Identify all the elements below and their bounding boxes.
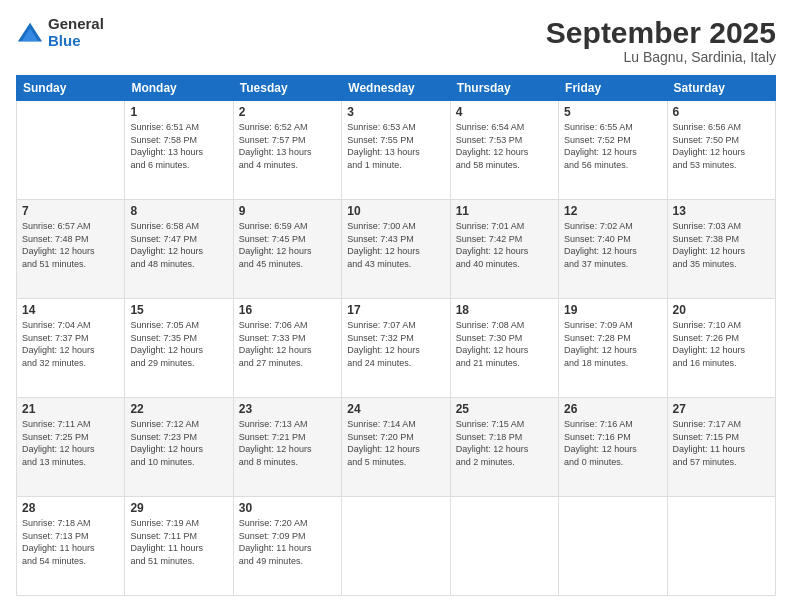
day-info: Sunrise: 7:16 AMSunset: 7:16 PMDaylight:… — [564, 418, 661, 468]
week-row-2: 14Sunrise: 7:04 AMSunset: 7:37 PMDayligh… — [17, 299, 776, 398]
day-number: 26 — [564, 402, 661, 416]
header-day-wednesday: Wednesday — [342, 76, 450, 101]
day-number: 13 — [673, 204, 770, 218]
day-number: 16 — [239, 303, 336, 317]
calendar-cell: 4Sunrise: 6:54 AMSunset: 7:53 PMDaylight… — [450, 101, 558, 200]
logo-general-text: General — [48, 16, 104, 33]
day-info: Sunrise: 7:13 AMSunset: 7:21 PMDaylight:… — [239, 418, 336, 468]
calendar-cell: 27Sunrise: 7:17 AMSunset: 7:15 PMDayligh… — [667, 398, 775, 497]
day-number: 23 — [239, 402, 336, 416]
day-info: Sunrise: 7:15 AMSunset: 7:18 PMDaylight:… — [456, 418, 553, 468]
calendar-cell: 12Sunrise: 7:02 AMSunset: 7:40 PMDayligh… — [559, 200, 667, 299]
day-number: 18 — [456, 303, 553, 317]
calendar-cell — [667, 497, 775, 596]
calendar-cell: 15Sunrise: 7:05 AMSunset: 7:35 PMDayligh… — [125, 299, 233, 398]
week-row-3: 21Sunrise: 7:11 AMSunset: 7:25 PMDayligh… — [17, 398, 776, 497]
day-info: Sunrise: 7:19 AMSunset: 7:11 PMDaylight:… — [130, 517, 227, 567]
day-info: Sunrise: 7:01 AMSunset: 7:42 PMDaylight:… — [456, 220, 553, 270]
day-number: 12 — [564, 204, 661, 218]
day-info: Sunrise: 7:20 AMSunset: 7:09 PMDaylight:… — [239, 517, 336, 567]
month-title: September 2025 — [546, 16, 776, 49]
calendar-cell: 14Sunrise: 7:04 AMSunset: 7:37 PMDayligh… — [17, 299, 125, 398]
day-info: Sunrise: 7:04 AMSunset: 7:37 PMDaylight:… — [22, 319, 119, 369]
day-info: Sunrise: 7:05 AMSunset: 7:35 PMDaylight:… — [130, 319, 227, 369]
calendar-cell: 30Sunrise: 7:20 AMSunset: 7:09 PMDayligh… — [233, 497, 341, 596]
logo: General Blue — [16, 16, 104, 49]
day-info: Sunrise: 6:59 AMSunset: 7:45 PMDaylight:… — [239, 220, 336, 270]
header-day-monday: Monday — [125, 76, 233, 101]
day-info: Sunrise: 7:18 AMSunset: 7:13 PMDaylight:… — [22, 517, 119, 567]
calendar-cell: 19Sunrise: 7:09 AMSunset: 7:28 PMDayligh… — [559, 299, 667, 398]
day-number: 22 — [130, 402, 227, 416]
calendar-cell — [450, 497, 558, 596]
day-info: Sunrise: 6:58 AMSunset: 7:47 PMDaylight:… — [130, 220, 227, 270]
day-number: 9 — [239, 204, 336, 218]
day-info: Sunrise: 7:12 AMSunset: 7:23 PMDaylight:… — [130, 418, 227, 468]
day-info: Sunrise: 7:17 AMSunset: 7:15 PMDaylight:… — [673, 418, 770, 468]
header-day-friday: Friday — [559, 76, 667, 101]
day-number: 7 — [22, 204, 119, 218]
day-info: Sunrise: 6:53 AMSunset: 7:55 PMDaylight:… — [347, 121, 444, 171]
calendar-cell: 17Sunrise: 7:07 AMSunset: 7:32 PMDayligh… — [342, 299, 450, 398]
day-number: 1 — [130, 105, 227, 119]
header-row: SundayMondayTuesdayWednesdayThursdayFrid… — [17, 76, 776, 101]
calendar-table: SundayMondayTuesdayWednesdayThursdayFrid… — [16, 75, 776, 596]
day-number: 11 — [456, 204, 553, 218]
calendar-cell: 2Sunrise: 6:52 AMSunset: 7:57 PMDaylight… — [233, 101, 341, 200]
day-number: 8 — [130, 204, 227, 218]
calendar-cell: 16Sunrise: 7:06 AMSunset: 7:33 PMDayligh… — [233, 299, 341, 398]
day-number: 15 — [130, 303, 227, 317]
day-number: 20 — [673, 303, 770, 317]
calendar-cell: 28Sunrise: 7:18 AMSunset: 7:13 PMDayligh… — [17, 497, 125, 596]
calendar-cell: 8Sunrise: 6:58 AMSunset: 7:47 PMDaylight… — [125, 200, 233, 299]
calendar-cell: 3Sunrise: 6:53 AMSunset: 7:55 PMDaylight… — [342, 101, 450, 200]
week-row-1: 7Sunrise: 6:57 AMSunset: 7:48 PMDaylight… — [17, 200, 776, 299]
day-info: Sunrise: 7:14 AMSunset: 7:20 PMDaylight:… — [347, 418, 444, 468]
day-number: 4 — [456, 105, 553, 119]
calendar-cell: 20Sunrise: 7:10 AMSunset: 7:26 PMDayligh… — [667, 299, 775, 398]
title-block: September 2025 Lu Bagnu, Sardinia, Italy — [546, 16, 776, 65]
calendar-cell: 13Sunrise: 7:03 AMSunset: 7:38 PMDayligh… — [667, 200, 775, 299]
day-info: Sunrise: 6:51 AMSunset: 7:58 PMDaylight:… — [130, 121, 227, 171]
header-day-saturday: Saturday — [667, 76, 775, 101]
calendar-cell: 24Sunrise: 7:14 AMSunset: 7:20 PMDayligh… — [342, 398, 450, 497]
day-number: 6 — [673, 105, 770, 119]
calendar-cell — [559, 497, 667, 596]
calendar-cell: 22Sunrise: 7:12 AMSunset: 7:23 PMDayligh… — [125, 398, 233, 497]
calendar-cell: 29Sunrise: 7:19 AMSunset: 7:11 PMDayligh… — [125, 497, 233, 596]
day-number: 28 — [22, 501, 119, 515]
day-number: 10 — [347, 204, 444, 218]
calendar-cell: 26Sunrise: 7:16 AMSunset: 7:16 PMDayligh… — [559, 398, 667, 497]
day-number: 27 — [673, 402, 770, 416]
week-row-4: 28Sunrise: 7:18 AMSunset: 7:13 PMDayligh… — [17, 497, 776, 596]
day-info: Sunrise: 6:52 AMSunset: 7:57 PMDaylight:… — [239, 121, 336, 171]
day-number: 2 — [239, 105, 336, 119]
calendar-cell — [17, 101, 125, 200]
calendar-cell: 1Sunrise: 6:51 AMSunset: 7:58 PMDaylight… — [125, 101, 233, 200]
day-info: Sunrise: 7:02 AMSunset: 7:40 PMDaylight:… — [564, 220, 661, 270]
calendar-header: SundayMondayTuesdayWednesdayThursdayFrid… — [17, 76, 776, 101]
day-info: Sunrise: 7:11 AMSunset: 7:25 PMDaylight:… — [22, 418, 119, 468]
day-info: Sunrise: 6:56 AMSunset: 7:50 PMDaylight:… — [673, 121, 770, 171]
calendar-cell: 7Sunrise: 6:57 AMSunset: 7:48 PMDaylight… — [17, 200, 125, 299]
day-number: 24 — [347, 402, 444, 416]
calendar-cell: 9Sunrise: 6:59 AMSunset: 7:45 PMDaylight… — [233, 200, 341, 299]
location: Lu Bagnu, Sardinia, Italy — [546, 49, 776, 65]
calendar-cell — [342, 497, 450, 596]
calendar-cell: 23Sunrise: 7:13 AMSunset: 7:21 PMDayligh… — [233, 398, 341, 497]
logo-text: General Blue — [48, 16, 104, 49]
day-info: Sunrise: 7:07 AMSunset: 7:32 PMDaylight:… — [347, 319, 444, 369]
calendar-cell: 10Sunrise: 7:00 AMSunset: 7:43 PMDayligh… — [342, 200, 450, 299]
day-info: Sunrise: 7:06 AMSunset: 7:33 PMDaylight:… — [239, 319, 336, 369]
logo-icon — [16, 19, 44, 47]
day-info: Sunrise: 7:09 AMSunset: 7:28 PMDaylight:… — [564, 319, 661, 369]
day-number: 25 — [456, 402, 553, 416]
day-info: Sunrise: 7:00 AMSunset: 7:43 PMDaylight:… — [347, 220, 444, 270]
day-number: 17 — [347, 303, 444, 317]
day-number: 19 — [564, 303, 661, 317]
day-info: Sunrise: 6:54 AMSunset: 7:53 PMDaylight:… — [456, 121, 553, 171]
day-info: Sunrise: 7:10 AMSunset: 7:26 PMDaylight:… — [673, 319, 770, 369]
header-day-sunday: Sunday — [17, 76, 125, 101]
page: General Blue September 2025 Lu Bagnu, Sa… — [0, 0, 792, 612]
header-day-thursday: Thursday — [450, 76, 558, 101]
